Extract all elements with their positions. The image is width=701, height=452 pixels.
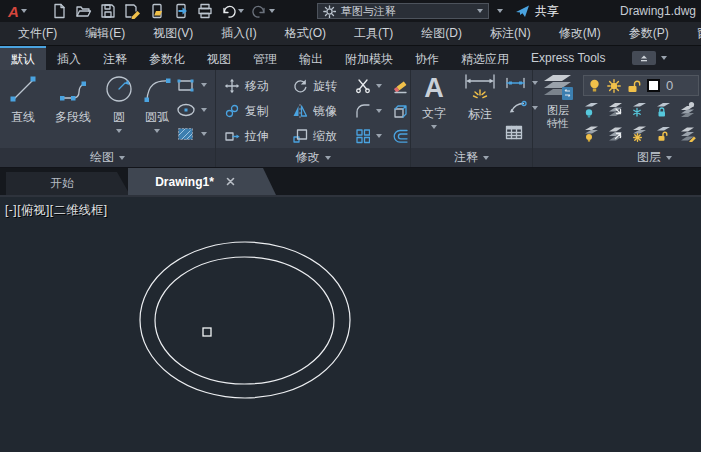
line-button[interactable]: 直线 [2, 72, 44, 148]
layer-freeze-button[interactable] [631, 101, 648, 118]
hatch-caret-icon[interactable] [201, 132, 207, 136]
layer-properties-button[interactable]: 图层特性 [535, 72, 581, 148]
share-button[interactable]: 共享 [515, 3, 559, 20]
circle-button[interactable]: 圆 [102, 72, 136, 148]
fillet-icon[interactable] [355, 103, 371, 119]
redo-caret-icon[interactable] [269, 9, 275, 13]
trim-icon[interactable] [355, 78, 371, 94]
ribbon-tab-view[interactable]: 视图 [196, 46, 242, 70]
hatch-button[interactable] [176, 126, 207, 142]
save-as-button[interactable] [124, 3, 141, 19]
layers-panel-label[interactable]: 图层 [533, 148, 701, 167]
layer-match-button[interactable] [607, 125, 624, 142]
redo-button[interactable] [252, 4, 275, 19]
menu-draw[interactable]: 绘图(D) [407, 22, 476, 46]
modify-panel-label[interactable]: 修改 [216, 148, 410, 167]
erase-icon[interactable] [392, 78, 410, 94]
scale-button[interactable]: 缩放 [313, 128, 349, 145]
layer-dropdown[interactable]: 0 [583, 75, 699, 96]
rotate-button[interactable]: 旋转 [313, 78, 349, 95]
menu-edit[interactable]: 编辑(E) [71, 22, 139, 46]
scale-icon[interactable] [292, 128, 308, 144]
ribbon-tab-express[interactable]: Express Tools [520, 46, 616, 70]
menu-parametric[interactable]: 参数(P) [615, 22, 683, 46]
new-file-button[interactable] [51, 3, 67, 19]
ellipse-button[interactable] [176, 102, 207, 118]
menu-modify[interactable]: 修改(M) [545, 22, 615, 46]
menu-insert[interactable]: 插入(I) [207, 22, 270, 46]
outer-ellipse[interactable] [140, 242, 350, 398]
text-button[interactable]: A 文字 [415, 72, 453, 148]
autocad-logo-icon[interactable]: A [8, 3, 19, 20]
ribbon-collapse-button[interactable] [632, 51, 656, 65]
annotate-panel-label[interactable]: 注释 [411, 148, 532, 167]
ribbon-tab-addins[interactable]: 附加模块 [334, 46, 404, 70]
ribbon-tab-annotate[interactable]: 注释 [92, 46, 138, 70]
copy-button[interactable]: 复制 [245, 103, 284, 120]
layer-on-bulb-icon[interactable] [588, 79, 601, 93]
inner-ellipse[interactable] [155, 257, 334, 384]
rectangle-caret-icon[interactable] [201, 83, 207, 87]
menu-tools[interactable]: 工具(T) [340, 22, 407, 46]
rectangle-button[interactable] [176, 77, 207, 93]
menu-format[interactable]: 格式(O) [271, 22, 340, 46]
close-tab-icon[interactable] [226, 177, 235, 186]
ribbon-tab-output[interactable]: 输出 [288, 46, 334, 70]
ellipse-caret-icon[interactable] [201, 108, 207, 112]
save-button[interactable] [100, 3, 116, 19]
trim-caret-icon[interactable] [376, 84, 382, 88]
logo-menu-caret-icon[interactable] [21, 9, 27, 13]
menu-dimension[interactable]: 标注(N) [476, 22, 545, 46]
model-space[interactable] [0, 197, 701, 452]
ribbon-tab-featured[interactable]: 精选应用 [450, 46, 520, 70]
offset-icon[interactable] [392, 128, 410, 144]
ribbon-tab-home[interactable]: 默认 [0, 46, 46, 70]
menu-file[interactable]: 文件(F) [4, 22, 71, 46]
circle-dropdown-caret-icon[interactable] [116, 129, 122, 133]
layer-off-button[interactable] [583, 101, 600, 118]
draw-panel-label[interactable]: 绘图 [0, 148, 215, 167]
layer-change-to-current-button[interactable] [679, 125, 696, 142]
layer-color-swatch[interactable] [647, 79, 660, 92]
layer-make-current-button[interactable] [607, 101, 624, 118]
explode-icon[interactable] [392, 103, 410, 119]
layer-lock-button[interactable] [655, 101, 672, 118]
fillet-caret-icon[interactable] [376, 109, 382, 113]
mirror-icon[interactable] [292, 103, 308, 119]
polyline-button[interactable]: 多段线 [46, 72, 100, 148]
save-to-web-button[interactable] [173, 3, 189, 19]
copy-icon[interactable] [224, 103, 240, 119]
menu-view[interactable]: 视图(V) [139, 22, 207, 46]
ribbon-tab-manage[interactable]: 管理 [242, 46, 288, 70]
file-tab-start[interactable]: 开始 [6, 172, 130, 195]
layer-unlock-icon[interactable] [627, 79, 641, 93]
table-button[interactable] [505, 125, 523, 140]
ribbon-collapse-caret-icon[interactable] [661, 56, 667, 60]
ribbon-tab-collaborate[interactable]: 协作 [404, 46, 450, 70]
drawing-canvas[interactable]: [-][俯视][二维线框] [0, 197, 701, 452]
menu-window[interactable]: 窗口(W) [683, 22, 701, 46]
rotate-icon[interactable] [292, 78, 308, 94]
move-icon[interactable] [224, 78, 240, 94]
open-from-web-button[interactable] [149, 3, 165, 19]
stretch-button[interactable]: 拉伸 [245, 128, 284, 145]
layer-on-button[interactable] [583, 125, 600, 142]
layer-thaw-button[interactable] [631, 125, 648, 142]
mirror-button[interactable]: 镜像 [313, 103, 349, 120]
ribbon-tab-insert[interactable]: 插入 [46, 46, 92, 70]
ribbon-tab-parametric[interactable]: 参数化 [138, 46, 196, 70]
qat-dropdown-caret-icon[interactable] [497, 9, 503, 13]
workspace-selector[interactable]: 草图与注释 [317, 3, 489, 19]
undo-caret-icon[interactable] [238, 9, 244, 13]
dimension-button[interactable]: 标注 [457, 72, 503, 148]
move-button[interactable]: 移动 [245, 78, 284, 95]
plot-button[interactable] [197, 3, 213, 19]
layer-thaw-sun-icon[interactable] [607, 79, 621, 93]
layer-states-button[interactable] [679, 101, 696, 118]
stretch-icon[interactable] [224, 128, 240, 144]
undo-button[interactable] [221, 4, 244, 19]
file-tab-drawing1[interactable]: Drawing1* [128, 168, 276, 195]
array-icon[interactable] [355, 128, 371, 144]
layer-unlock-button[interactable] [655, 125, 672, 142]
arc-button[interactable]: 圆弧 [138, 72, 176, 148]
